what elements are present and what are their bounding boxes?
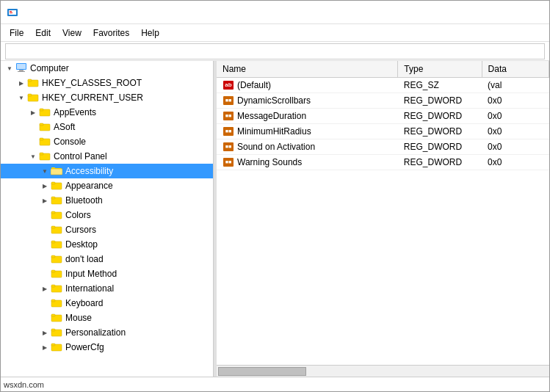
tree-item-personalization[interactable]: Personalization <box>1 325 213 340</box>
tree-label-asoft: ASoft <box>54 122 75 132</box>
tree-toggle-keyboard[interactable] <box>39 297 51 309</box>
svg-rect-7 <box>18 71 25 72</box>
tree-item-cursors[interactable]: Cursors <box>1 222 213 237</box>
tree-item-dont-load[interactable]: don't load <box>1 252 213 266</box>
app-icon <box>7 7 18 18</box>
menu-favorites[interactable]: Favorites <box>87 26 135 40</box>
value-row-minimum-hit-radius[interactable]: ■■MinimumHitRadiusREG_DWORD0x0 <box>217 123 549 139</box>
tree-toggle-computer[interactable] <box>4 62 15 74</box>
tree-label-desktop: Desktop <box>65 239 98 250</box>
tree-item-hkey-classes-root[interactable]: HKEY_CLASSES_ROOT <box>1 76 213 90</box>
tree-toggle-input-method[interactable] <box>39 268 51 280</box>
tree-label-computer: Computer <box>30 63 69 73</box>
menu-file[interactable]: File <box>4 26 29 40</box>
tree-toggle-desktop[interactable] <box>39 239 51 250</box>
value-type-default: REG_SZ <box>398 77 482 92</box>
tree-item-appearance[interactable]: Appearance <box>1 178 213 193</box>
tree-label-powercfg: PowerCfg <box>65 342 104 352</box>
tree-toggle-appevents[interactable] <box>27 106 39 118</box>
tree-item-keyboard[interactable]: Keyboard <box>1 296 213 311</box>
tree-item-console[interactable]: Console <box>1 134 213 149</box>
value-data-warning-sounds: 0x0 <box>482 154 549 170</box>
value-name-dynamic-scrollbars: ■■DynamicScrollbars <box>217 92 398 108</box>
tree-toggle-appearance[interactable] <box>39 180 51 192</box>
folder-icon <box>51 223 65 237</box>
value-type-dynamic-scrollbars: REG_DWORD <box>398 92 482 108</box>
tree-toggle-console[interactable] <box>27 136 39 148</box>
tree-item-computer[interactable]: Computer <box>1 61 213 76</box>
tree-toggle-colors[interactable] <box>39 209 51 221</box>
svg-rect-9 <box>28 79 32 81</box>
tree-toggle-hkey-classes-root[interactable] <box>15 77 27 89</box>
folder-icon <box>51 194 65 208</box>
horizontal-scrollbar[interactable] <box>217 365 549 377</box>
tree-item-control-panel[interactable]: Control Panel <box>1 149 213 164</box>
col-type: Type <box>398 61 482 77</box>
folder-icon <box>51 208 65 222</box>
value-name-text-default: (Default) <box>237 80 271 90</box>
tree-label-hkey-classes-root: HKEY_CLASSES_ROOT <box>42 78 142 88</box>
reg-sz-icon: ab <box>222 79 234 91</box>
menu-help[interactable]: Help <box>135 26 165 40</box>
tree-item-hkey-current-user[interactable]: HKEY_CURRENT_USER <box>1 90 213 105</box>
tree-item-colors[interactable]: Colors <box>1 208 213 222</box>
value-row-warning-sounds[interactable]: ■■Warning SoundsREG_DWORD0x0 <box>217 154 549 170</box>
close-button[interactable] <box>523 5 543 20</box>
tree-toggle-mouse[interactable] <box>39 312 51 324</box>
tree-toggle-bluetooth[interactable] <box>39 195 51 206</box>
status-bar: wsxdn.com <box>1 377 549 391</box>
value-row-dynamic-scrollbars[interactable]: ■■DynamicScrollbarsREG_DWORD0x0 <box>217 92 549 108</box>
value-scroll[interactable]: Name Type Data ab(Default)REG_SZ(val■■Dy… <box>217 61 549 365</box>
value-name-minimum-hit-radius: ■■MinimumHitRadius <box>217 123 398 139</box>
tree-toggle-accessibility[interactable] <box>39 165 51 177</box>
folder-icon <box>51 238 65 252</box>
folder-icon <box>39 135 54 149</box>
minimize-button[interactable] <box>476 5 496 20</box>
tree-scroll[interactable]: Computer HKEY_CLASSES_ROOT HKEY_CURRENT_… <box>1 61 213 377</box>
tree-label-input-method: Input Method <box>65 269 117 279</box>
value-name-text-dynamic-scrollbars: DynamicScrollbars <box>237 95 311 106</box>
tree-item-appevents[interactable]: AppEvents <box>1 105 213 120</box>
svg-rect-30 <box>51 226 55 228</box>
tree-toggle-cursors[interactable] <box>39 224 51 236</box>
registry-editor-window: File Edit View Favorites Help Computer H… <box>0 0 550 392</box>
tree-item-bluetooth[interactable]: Bluetooth <box>1 193 213 208</box>
col-name: Name <box>217 61 398 77</box>
value-row-message-duration[interactable]: ■■MessageDurationREG_DWORD0x0 <box>217 108 549 123</box>
tree-item-mouse[interactable]: Mouse <box>1 311 213 325</box>
tree-item-accessibility[interactable]: Accessibility <box>1 164 213 178</box>
tree-label-cursors: Cursors <box>65 225 96 235</box>
tree-toggle-dont-load[interactable] <box>39 253 51 265</box>
svg-rect-19 <box>40 153 43 155</box>
tree-label-dont-load: don't load <box>65 254 104 264</box>
tree-item-desktop[interactable]: Desktop <box>1 237 213 252</box>
hscroll-thumb[interactable] <box>218 367 306 376</box>
tree-item-asoft[interactable]: ASoft <box>1 120 213 134</box>
value-name-text-message-duration: MessageDuration <box>237 111 306 121</box>
tree-label-control-panel: Control Panel <box>54 151 107 161</box>
svg-rect-3 <box>10 12 12 13</box>
svg-rect-24 <box>51 182 55 184</box>
tree-toggle-powercfg[interactable] <box>39 341 51 353</box>
folder-icon <box>39 120 54 134</box>
maximize-button[interactable] <box>499 5 520 20</box>
tree-toggle-hkey-current-user[interactable] <box>15 92 27 104</box>
menu-view[interactable]: View <box>57 26 87 40</box>
tree-label-appevents: AppEvents <box>54 107 96 117</box>
tree-toggle-control-panel[interactable] <box>27 150 39 162</box>
value-row-default[interactable]: ab(Default)REG_SZ(val <box>217 77 549 92</box>
menu-edit[interactable]: Edit <box>29 26 57 40</box>
svg-rect-40 <box>51 300 55 302</box>
tree-toggle-asoft[interactable] <box>27 121 39 133</box>
tree-item-international[interactable]: International <box>1 281 213 296</box>
value-data-sound-on-activation: 0x0 <box>482 139 549 154</box>
folder-icon <box>27 91 42 105</box>
value-row-sound-on-activation[interactable]: ■■Sound on ActivationREG_DWORD0x0 <box>217 139 549 154</box>
tree-item-powercfg[interactable]: PowerCfg <box>1 340 213 355</box>
tree-toggle-international[interactable] <box>39 283 51 294</box>
tree-item-input-method[interactable]: Input Method <box>1 266 213 281</box>
reg-dword-icon: ■■ <box>222 126 234 137</box>
status-text: wsxdn.com <box>4 380 44 389</box>
address-input[interactable] <box>5 43 545 59</box>
tree-toggle-personalization[interactable] <box>39 327 51 338</box>
